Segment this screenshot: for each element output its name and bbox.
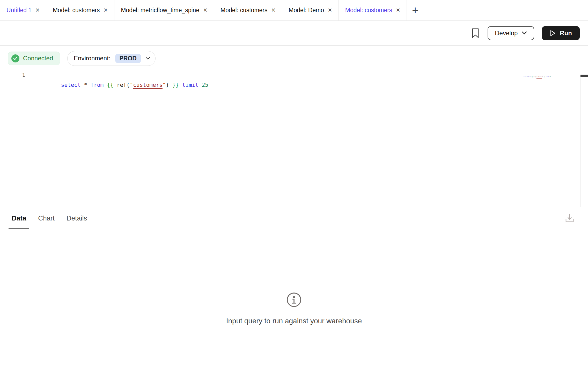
minimap-token: 25 (549, 76, 551, 77)
code-token (179, 82, 182, 88)
minimap-token: ref (533, 76, 535, 77)
check-circle-icon (11, 54, 19, 62)
scrollbar-thumb[interactable] (580, 75, 588, 77)
code-token: 25 (202, 82, 208, 88)
sql-editor-pane: Connected Environment: PROD 1 select * f… (0, 51, 588, 207)
minimap-token: from (528, 76, 531, 77)
minimap-token: limit (546, 76, 549, 77)
code-token: select (61, 82, 81, 88)
editor-tab[interactable]: Model: customers × (214, 0, 282, 20)
code-token: " (130, 82, 133, 88)
editor-tab-label: Model: customers (220, 7, 268, 14)
bookmark-button[interactable] (471, 28, 480, 39)
results-tab[interactable]: Chart (38, 207, 55, 229)
chevron-down-icon (146, 57, 150, 60)
editor-tab-label: Model: metricflow_time_spine (121, 7, 199, 14)
close-icon[interactable]: × (203, 7, 207, 14)
code-token: customers (133, 82, 163, 88)
code-token (113, 82, 117, 88)
code-token (169, 82, 172, 88)
code-token: ref (117, 82, 127, 88)
results-tab-label: Data (12, 214, 26, 222)
editor-scrollbar[interactable] (580, 75, 588, 207)
play-icon (550, 30, 556, 37)
editor-tab-bar: Untitled 1 × Model: customers × Model: m… (0, 0, 588, 21)
editor-status-row: Connected Environment: PROD (8, 51, 588, 66)
download-icon (565, 213, 575, 223)
panel-divider (587, 207, 587, 229)
download-button[interactable] (565, 213, 575, 223)
editor-tab-label: Model: customers (53, 7, 100, 14)
editor-tab[interactable]: Model: customers × (339, 0, 407, 20)
code-editor: 1 select * from {{ ref("customers") }} l… (0, 70, 588, 100)
close-icon[interactable]: × (396, 7, 400, 14)
code-token: from (91, 82, 104, 88)
develop-button-label: Develop (495, 30, 518, 37)
plus-icon: + (412, 4, 418, 17)
editor-tab[interactable]: Model: metricflow_time_spine × (114, 0, 214, 20)
code-token: {{ (107, 82, 113, 88)
code-token (104, 82, 107, 88)
code-token (199, 82, 202, 88)
chevron-down-icon (522, 31, 527, 35)
develop-button[interactable]: Develop (488, 26, 534, 40)
environment-value-pill: PROD (115, 54, 141, 63)
minimap-token: customers (536, 76, 542, 77)
code-token: limit (182, 82, 199, 88)
editor-tab[interactable]: Model: customers × (46, 0, 114, 20)
code-token: ( (127, 82, 130, 88)
editor-tab-label: Model: Demo (289, 7, 324, 14)
results-panel-header: Data Chart Details (0, 207, 588, 229)
editor-tab-label: Model: customers (345, 7, 392, 14)
results-tab-label: Chart (38, 214, 55, 222)
close-icon[interactable]: × (271, 7, 276, 14)
code-token: " (163, 82, 166, 88)
line-number: 1 (0, 70, 31, 100)
editor-tab[interactable]: Model: Demo × (282, 0, 339, 20)
toolbar: Develop Run (0, 21, 588, 46)
close-icon[interactable]: × (104, 7, 108, 14)
connection-status-label: Connected (23, 55, 53, 62)
code-token (81, 82, 84, 88)
editor-minimap: select * from {{ ref("customers") }} lim… (520, 75, 551, 79)
connection-status-badge: Connected (8, 52, 60, 65)
results-tab-label: Details (67, 214, 87, 222)
code-token: ) (166, 82, 169, 88)
editor-tab-label: Untitled 1 (6, 7, 32, 14)
close-icon[interactable]: × (328, 7, 332, 14)
minimap-token: select (523, 76, 526, 77)
info-circle-icon (286, 292, 302, 308)
results-tab[interactable]: Data (12, 207, 26, 229)
run-button[interactable]: Run (542, 26, 580, 40)
environment-label: Environment: (74, 55, 110, 62)
run-button-label: Run (560, 30, 572, 37)
code-token: }} (172, 82, 179, 88)
code-token: * (84, 82, 87, 88)
empty-state-message: Input query to run against your warehous… (226, 317, 362, 325)
code-token (87, 82, 91, 88)
editor-tab[interactable]: Untitled 1 × (0, 0, 46, 20)
close-icon[interactable]: × (35, 7, 40, 14)
bookmark-icon (471, 28, 480, 39)
environment-selector[interactable]: Environment: PROD (67, 51, 156, 66)
results-tab[interactable]: Details (67, 207, 87, 229)
results-empty-state: Input query to run against your warehous… (0, 229, 588, 385)
new-tab-button[interactable]: + (407, 0, 423, 20)
code-line[interactable]: select * from {{ ref("customers") }} lim… (31, 70, 518, 100)
